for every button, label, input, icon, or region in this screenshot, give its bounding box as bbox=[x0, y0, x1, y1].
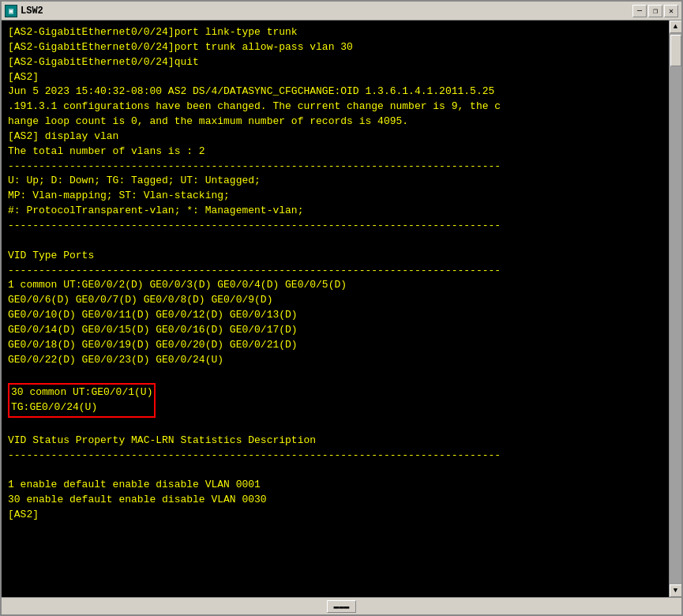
terminal-vlan1-line4: GE0/0/14(D) GE0/0/15(D) GE0/0/16(D) GE0/… bbox=[8, 323, 662, 338]
terminal-vid-status-header: VID Status Property MAC-LRN Statistics D… bbox=[8, 434, 662, 449]
terminal-dashes-4: ----------------------------------------… bbox=[8, 449, 662, 464]
terminal-dashes-1: ----------------------------------------… bbox=[8, 160, 662, 175]
terminal-vlan1-line5: GE0/0/18(D) GE0/0/19(D) GE0/0/20(D) GE0/… bbox=[8, 338, 662, 353]
status-segment: ▬▬▬ bbox=[327, 600, 357, 613]
main-window: ▣ LSW2 — ❐ ✕ [AS2-GigabitEthernet0/0/24]… bbox=[0, 0, 683, 616]
terminal-line-2: [AS2-GigabitEthernet0/0/24]port trunk al… bbox=[8, 40, 662, 55]
terminal-vlan1-line3: GE0/0/10(D) GE0/0/11(D) GE0/0/12(D) GE0/… bbox=[8, 308, 662, 323]
terminal-line-7: hange loop count is 0, and the maximum n… bbox=[8, 115, 662, 130]
terminal-blank-2 bbox=[8, 367, 662, 382]
vlan30-line2: TG:GE0/0/24(U) bbox=[11, 400, 152, 415]
scroll-track[interactable] bbox=[670, 33, 681, 584]
restore-button[interactable]: ❐ bbox=[648, 5, 662, 17]
terminal-vlan1-line2: GE0/0/6(D) GE0/0/7(D) GE0/0/8(D) GE0/0/9… bbox=[8, 293, 662, 308]
terminal-line-11: MP: Vlan-mapping; ST: Vlan-stacking; bbox=[8, 189, 662, 204]
title-bar: ▣ LSW2 — ❐ ✕ bbox=[2, 2, 681, 21]
terminal-line-6: .191.3.1 configurations have been change… bbox=[8, 100, 662, 115]
terminal-vlan30-status: 30 enable default enable disable VLAN 00… bbox=[8, 493, 662, 508]
terminal-line-9: The total number of vlans is : 2 bbox=[8, 145, 662, 160]
terminal-dashes-3: ----------------------------------------… bbox=[8, 264, 662, 279]
terminal[interactable]: [AS2-GigabitEthernet0/0/24]port link-typ… bbox=[2, 21, 669, 597]
minimize-button[interactable]: — bbox=[632, 5, 647, 17]
status-bar-inner: ▬▬▬ bbox=[327, 600, 357, 613]
scrollbar[interactable]: ▲ ▼ bbox=[669, 21, 681, 597]
scroll-up-button[interactable]: ▲ bbox=[670, 21, 682, 33]
terminal-vlan1-line6: GE0/0/22(D) GE0/0/23(D) GE0/0/24(U) bbox=[8, 353, 662, 368]
title-bar-buttons: — ❐ ✕ bbox=[632, 5, 678, 17]
terminal-line-8: [AS2] display vlan bbox=[8, 130, 662, 145]
terminal-line-5: Jun 5 2023 15:40:32-08:00 AS2 DS/4/DATAS… bbox=[8, 85, 662, 100]
terminal-line-10: U: Up; D: Down; TG: Tagged; UT: Untagged… bbox=[8, 174, 662, 189]
window-title: LSW2 bbox=[21, 6, 629, 17]
terminal-prompt: [AS2] bbox=[8, 508, 662, 523]
terminal-blank-3 bbox=[8, 419, 662, 434]
terminal-vlan1-status: 1 enable default enable disable VLAN 000… bbox=[8, 478, 662, 493]
vlan30-block: 30 common UT:GE0/0/1(U) TG:GE0/0/24(U) bbox=[8, 383, 156, 418]
scroll-thumb[interactable] bbox=[670, 35, 681, 66]
terminal-line-12: #: ProtocolTransparent-vlan; *: Manageme… bbox=[8, 204, 662, 219]
terminal-vlan1-line1: 1 common UT:GE0/0/2(D) GE0/0/3(D) GE0/0/… bbox=[8, 278, 662, 293]
terminal-dashes-2: ----------------------------------------… bbox=[8, 219, 662, 234]
terminal-wrapper: [AS2-GigabitEthernet0/0/24]port link-typ… bbox=[2, 21, 681, 597]
terminal-blank-1 bbox=[8, 234, 662, 249]
terminal-vid-header: VID Type Ports bbox=[8, 249, 662, 264]
vlan30-line1: 30 common UT:GE0/0/1(U) bbox=[11, 385, 152, 400]
status-bar: ▬▬▬ bbox=[2, 597, 681, 614]
terminal-line-3: [AS2-GigabitEthernet0/0/24]quit bbox=[8, 55, 662, 70]
scroll-down-button[interactable]: ▼ bbox=[670, 584, 682, 597]
terminal-blank-4 bbox=[8, 463, 662, 478]
terminal-line-1: [AS2-GigabitEthernet0/0/24]port link-typ… bbox=[8, 25, 662, 40]
close-button[interactable]: ✕ bbox=[664, 5, 678, 17]
terminal-line-4: [AS2] bbox=[8, 70, 662, 85]
window-icon: ▣ bbox=[5, 5, 17, 17]
